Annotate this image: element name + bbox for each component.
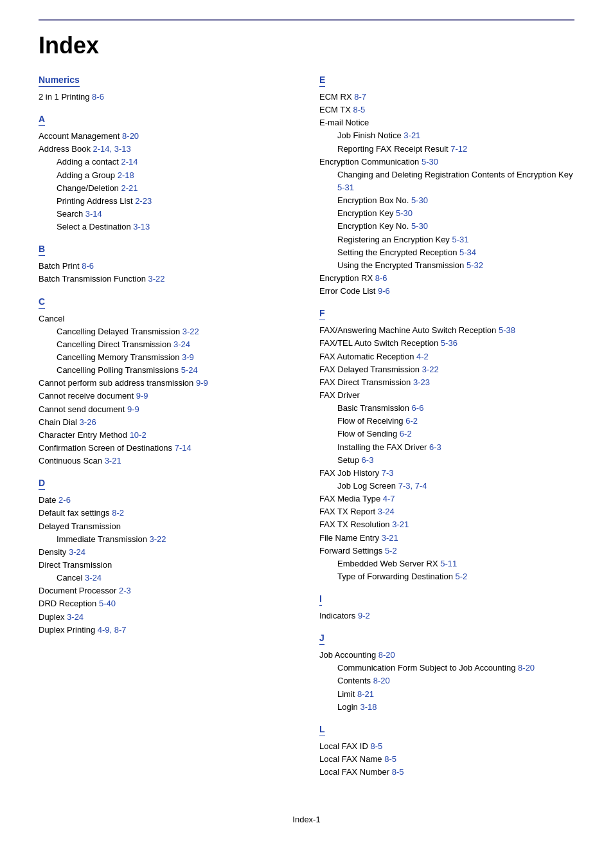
entry: Cannot send document 9-9 [39,403,294,416]
entry-ref: 5-11 [438,559,458,568]
section-numerics: Numerics2 in 1 Printing 8-6 [39,75,294,104]
entry-ref: 2-18 [115,170,134,180]
entry-text: Using the Encrypted Transmission [337,260,464,270]
entry: Basic Transmission 6-6 [337,402,574,415]
entry: Login 3-18 [337,701,574,714]
entry-text: Character Entry Method [39,430,127,440]
entry: Local FAX Name 8-5 [319,753,574,766]
entry-ref: 3-24 [171,339,190,349]
entry-ref: 6-2 [404,416,418,426]
entry-text: Adding a contact [57,157,119,167]
entry: Search 3-14 [57,208,294,221]
section-heading-J: J [319,633,324,645]
entry-ref: 8-20 [515,663,535,673]
section-L: LLocal FAX ID 8-5Local FAX Name 8-5Local… [319,724,574,779]
entry-text: Cancelling Delayed Transmission [57,327,180,336]
entry-text: Local FAX Name [319,754,382,764]
entry-ref: 8-20 [120,131,139,141]
entry: Character Entry Method 10-2 [39,429,294,442]
entry-text: Communication Form Subject to Job Accoun… [337,663,515,673]
entry-text: Setting the Encrypted Reception [337,248,457,257]
entry: Changing and Deleting Registration Conte… [337,168,574,194]
entry-ref: 4-9, 8-7 [95,625,126,635]
entry: Immediate Transmission 3-22 [57,533,294,546]
entry-ref: 3-22 [180,327,199,336]
entry: Adding a Group 2-18 [57,169,294,182]
entry-text: Batch Transmission Function [39,274,146,284]
entry-ref: 2-14, 3-13 [91,144,131,154]
entry: Delayed Transmission [39,520,294,533]
entry-text: Forward Settings [319,546,382,556]
entry-text: Duplex [39,612,64,622]
entry-ref: 8-5 [382,754,396,764]
entry: Duplex Printing 4-9, 8-7 [39,624,294,637]
section-C: CCancelCancelling Delayed Transmission 3… [39,296,294,468]
entry-ref: 2-14 [119,157,138,167]
entry-ref: 5-38 [496,325,515,335]
entry: Installing the FAX Driver 6-3 [337,441,574,454]
entry-ref: 3-24 [66,547,85,557]
entry: ECM TX 8-5 [319,104,574,116]
entry-text: Account Management [39,131,120,141]
entry: Encryption RX 8-6 [319,272,574,285]
entry-ref: 6-3 [359,455,373,465]
entry-text: Installing the FAX Driver [337,442,427,452]
entry-text: Search [57,209,83,219]
entry-text: Date [39,495,56,505]
entry-ref: 2-3 [116,586,130,595]
section-I: IIndicators 9-2 [319,593,574,622]
entry: Cannot receive document 9-9 [39,390,294,402]
entry-text: FAX TX Report [319,507,375,516]
entry-ref: 3-26 [77,417,96,427]
entry-text: Cancelling Direct Transmission [57,339,171,349]
entry-ref: 8-6 [373,273,387,283]
entry-text: ECM RX [319,92,352,102]
entry-text: Encryption Communication [319,157,419,167]
entry-text: FAX TX Resolution [319,520,390,529]
entry-text: FAX Job History [319,468,379,478]
section-heading-F: F [319,308,325,320]
entry: Confirmation Screen of Destinations 7-14 [39,442,294,455]
section-J: JJob Accounting 8-20Communication Form S… [319,633,574,714]
entry-ref: 5-32 [464,260,483,270]
page: Index Numerics2 in 1 Printing 8-6AAccoun… [0,0,613,868]
entry: Registering an Encryption Key 5-31 [337,233,574,246]
entry-text: Direct Transmission [39,560,112,570]
entry: Density 3-24 [39,546,294,559]
entry-text: FAX Driver [319,390,360,400]
section-D: DDate 2-6Default fax settings 8-2Delayed… [39,478,294,637]
entry-text: Delayed Transmission [39,521,121,531]
entry: DRD Reception 5-40 [39,597,294,610]
entry: Cancelling Polling Transmissions 5-24 [57,364,294,377]
entry-text: Address Book [39,144,91,154]
entry: Cannot perform sub address transmission … [39,377,294,390]
entry: Cancelling Delayed Transmission 3-22 [57,325,294,338]
entry-text: Cannot send document [39,404,125,414]
content-columns: Numerics2 in 1 Printing 8-6AAccount Mana… [39,75,574,789]
entry-text: Job Accounting [319,650,376,660]
entry-text: File Name Entry [319,533,379,543]
entry-ref: 9-9 [134,391,148,401]
entry-text: Printing Address List [57,196,133,206]
section-heading-numerics: Numerics [39,75,80,87]
entry-text: Error Code List [319,286,375,296]
entry: Date 2-6 [39,494,294,507]
entry: Chain Dial 3-26 [39,416,294,429]
entry-text: Encryption Key No. [337,221,409,231]
entry-ref: 8-6 [80,261,94,271]
entry-text: Encryption RX [319,273,373,283]
entry: FAX TX Report 3-24 [319,505,574,518]
entry-ref: 3-22 [146,274,165,284]
entry-ref: 3-21 [402,131,421,140]
section-heading-L: L [319,724,325,736]
entry-ref: 5-31 [337,183,354,192]
entry-ref: 6-2 [397,429,411,439]
entry: E-mail Notice [319,116,574,129]
entry: Direct Transmission [39,559,294,572]
entry-ref: 5-2 [453,572,467,581]
entry-text: Limit [337,689,355,699]
entry: Select a Destination 3-13 [57,221,294,233]
entry-ref: 4-7 [380,494,395,503]
section-heading-A: A [39,114,45,126]
entry-ref: 5-36 [438,338,458,348]
